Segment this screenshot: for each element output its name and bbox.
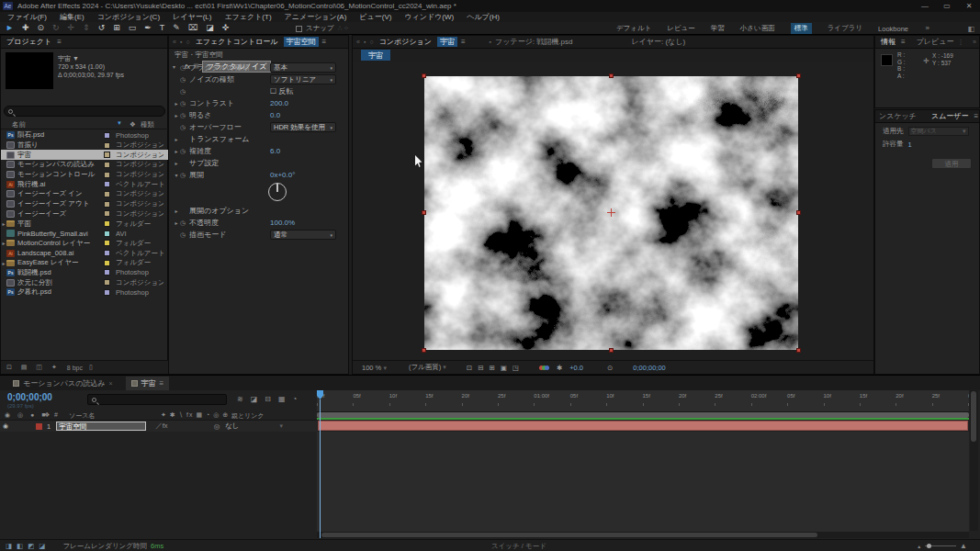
stopwatch-icon[interactable]: ◷ bbox=[180, 219, 189, 227]
kebab-icon[interactable]: ⋮ bbox=[957, 39, 963, 46]
playhead-head-icon[interactable] bbox=[317, 390, 323, 399]
stopwatch-icon[interactable]: ◷ bbox=[180, 124, 189, 131]
project-item-row[interactable]: イージーイーズ コンポジション bbox=[1, 209, 169, 219]
preview-comp-name[interactable]: 宇宙 ▼ bbox=[58, 54, 124, 62]
layer-row[interactable]: ◉ 1 宇宙空間 ／fx ◎ なし ▾ bbox=[0, 421, 317, 432]
workspace-item[interactable]: 小さい画面 bbox=[740, 24, 775, 33]
project-item-row[interactable]: Ai 飛行機.ai ベクトルアート bbox=[1, 179, 169, 189]
menu-item[interactable]: 編集(E) bbox=[60, 12, 84, 22]
tool-icon[interactable]: ⊙ bbox=[37, 22, 44, 34]
label-color-swatch[interactable] bbox=[104, 231, 110, 237]
panel-lock-icon[interactable]: ○ bbox=[369, 39, 373, 45]
effect-property-row[interactable]: ◷ 描画モード 通常 通常▾ bbox=[169, 229, 350, 241]
viewer-timecode[interactable]: 0;00;00;00 bbox=[633, 364, 665, 372]
fractal-noise-layer[interactable] bbox=[424, 76, 798, 350]
label-color-swatch[interactable] bbox=[104, 142, 110, 149]
property-twirl-icon[interactable]: ▸ bbox=[173, 112, 180, 118]
timeline-search-input[interactable] bbox=[87, 394, 227, 405]
effect-property-row[interactable]: ◷ ノイズの種類 ソフトリニア ソフトリニア▾ bbox=[169, 73, 350, 85]
tool-icon[interactable]: ✒ bbox=[144, 22, 152, 34]
label-color-swatch[interactable] bbox=[104, 132, 110, 139]
tool-icon[interactable]: ↺ bbox=[98, 22, 106, 34]
item-name[interactable]: モーションパスの読込み bbox=[17, 160, 104, 169]
snap-checkbox-icon[interactable] bbox=[296, 26, 302, 32]
column-type[interactable]: 種類 bbox=[141, 120, 154, 129]
playhead[interactable] bbox=[317, 390, 326, 538]
item-name[interactable]: PinkButterfly_Small.avi bbox=[17, 230, 104, 238]
panel-menu-icon[interactable]: ≡ bbox=[461, 38, 466, 46]
project-item-row[interactable]: ▸ MotionControl レイヤー フォルダー bbox=[1, 239, 169, 249]
project-item-row[interactable]: ▸ 平面 フォルダー bbox=[1, 219, 169, 229]
property-twirl-icon[interactable]: ▸ bbox=[173, 136, 180, 142]
eye-icon[interactable]: ◉ bbox=[3, 422, 8, 430]
viewer-option-icon[interactable]: ▣ bbox=[501, 364, 513, 372]
item-name[interactable]: Landscape_008.ai bbox=[17, 249, 104, 257]
timeline-option-icon[interactable]: ◪ bbox=[251, 395, 258, 403]
resolution-select[interactable]: (フル画質) ▾ bbox=[409, 363, 446, 372]
effect-property-row[interactable]: ▸ トランスフォーム ▾ bbox=[169, 133, 350, 145]
item-name[interactable]: 飛行機.ai bbox=[17, 180, 104, 189]
timeline-option-icon[interactable]: ◔ bbox=[293, 395, 298, 403]
composition-viewer[interactable] bbox=[353, 62, 873, 360]
layer-switches[interactable]: ／fx bbox=[155, 422, 167, 431]
property-value[interactable]: ☐ 反転 bbox=[270, 86, 293, 96]
track-area[interactable] bbox=[317, 432, 969, 538]
property-value[interactable]: 0.0 bbox=[270, 111, 280, 119]
tool-icon[interactable]: ✚ bbox=[22, 22, 29, 34]
property-twirl-icon[interactable]: ▸ bbox=[173, 219, 180, 226]
panel-chevron-icon[interactable]: « bbox=[173, 39, 176, 45]
project-item-row[interactable]: PinkButterfly_Small.avi AVI bbox=[1, 229, 169, 239]
property-twirl-icon[interactable]: ▸ bbox=[173, 100, 180, 107]
panel-lock-icon[interactable]: ○ bbox=[186, 39, 189, 45]
parent-pickwhip-icon[interactable]: ◎ bbox=[214, 422, 220, 431]
timeline-option-icon[interactable]: ▦ bbox=[278, 395, 286, 403]
workspace-item[interactable]: Lookbone bbox=[878, 25, 908, 33]
selection-handle[interactable] bbox=[422, 348, 426, 353]
tab-composition[interactable]: コンポジション bbox=[377, 36, 434, 49]
selection-handle[interactable] bbox=[609, 348, 614, 353]
layer-label-swatch[interactable] bbox=[36, 423, 42, 430]
project-item-row[interactable]: Ps 戦闘機.psd Photoshop bbox=[1, 268, 169, 278]
item-name[interactable]: 平面 bbox=[17, 219, 104, 229]
label-color-swatch[interactable] bbox=[104, 250, 110, 256]
property-twirl-icon[interactable]: ▸ bbox=[173, 148, 180, 154]
item-name[interactable]: 夕暮れ.psd bbox=[17, 287, 104, 297]
horizontal-scrollbar[interactable] bbox=[317, 532, 969, 538]
effect-property-row[interactable]: ▾ ◷ 展開 0x+0.0° 0x+0.0°▾ bbox=[169, 169, 350, 181]
scrollbar-thumb[interactable] bbox=[321, 533, 817, 537]
label-color-swatch[interactable] bbox=[104, 260, 110, 266]
column-name[interactable]: 名前 bbox=[12, 120, 26, 129]
item-name[interactable]: 宇宙 bbox=[17, 151, 104, 160]
property-value[interactable]: 0x+0.0° bbox=[270, 171, 295, 179]
project-item-row[interactable]: ▸ EasyEase レイヤー フォルダー bbox=[1, 258, 169, 268]
item-name[interactable]: 戦闘機.psd bbox=[17, 268, 104, 277]
panel-menu-icon[interactable]: ≡ bbox=[160, 379, 164, 388]
label-color-swatch[interactable] bbox=[104, 269, 110, 276]
toolbar-right-icon[interactable]: ◧ bbox=[967, 25, 974, 33]
chevron-down-icon[interactable]: ▾ bbox=[280, 422, 284, 430]
status-toggle-icon[interactable]: ◨ bbox=[6, 542, 17, 550]
status-toggle-icon[interactable]: ◧ bbox=[17, 542, 28, 550]
tool-icon[interactable]: T bbox=[160, 22, 165, 34]
tab-timeline-motionpath[interactable]: モーションパスの読込み × bbox=[7, 377, 118, 390]
menu-item[interactable]: エフェクト(T) bbox=[224, 12, 271, 22]
property-value[interactable]: 100.0% bbox=[270, 219, 295, 227]
label-color-swatch[interactable] bbox=[104, 279, 110, 286]
viewer-option-icon[interactable]: ⊟ bbox=[478, 364, 489, 372]
item-name[interactable]: イージーイーズ アウト bbox=[17, 199, 104, 208]
tab-smoother[interactable]: スムーザー bbox=[929, 110, 971, 123]
label-column-icon[interactable]: ❖ bbox=[130, 120, 136, 129]
selection-handle[interactable] bbox=[422, 73, 426, 78]
panel-chevron-icon[interactable]: « bbox=[356, 39, 360, 45]
close-button[interactable]: ✕ bbox=[958, 2, 980, 10]
exposure-value[interactable]: +0.0 bbox=[569, 364, 583, 372]
tab-footage[interactable]: フッテージ: 戦闘機.psd bbox=[495, 37, 572, 47]
menu-item[interactable]: ヘルプ(H) bbox=[467, 12, 500, 22]
project-item-row[interactable]: イージーイーズ アウト コンポジション bbox=[1, 199, 169, 209]
project-item-row[interactable]: Ps 隕石.psd Photoshop bbox=[1, 130, 169, 141]
layer-name-input[interactable]: 宇宙空間 bbox=[56, 422, 146, 431]
item-name[interactable]: MotionControl レイヤー bbox=[17, 239, 104, 248]
effect-property-row[interactable]: ▾ bbox=[169, 181, 350, 205]
project-item-row[interactable]: 次元に分割 コンポジション bbox=[1, 277, 169, 287]
tool-icon[interactable]: ⌧ bbox=[188, 22, 197, 34]
